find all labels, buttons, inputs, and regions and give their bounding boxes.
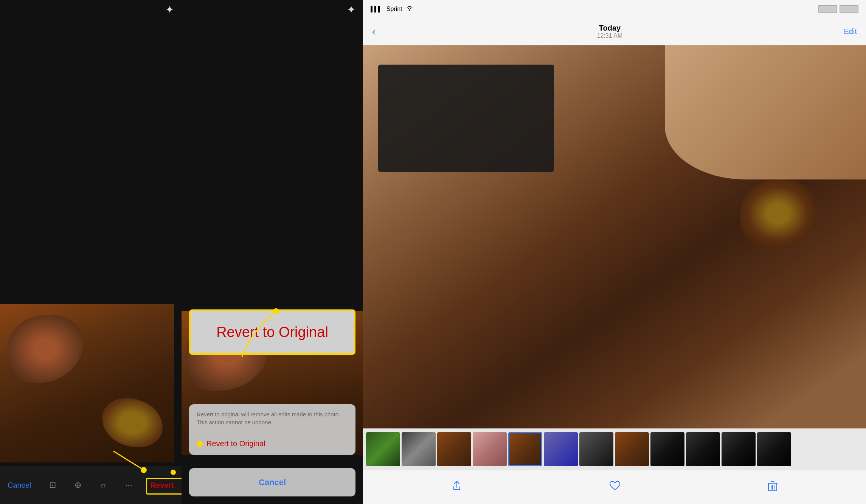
main-photo-image [363, 45, 866, 428]
middle-magic-wand-icon[interactable]: ✦ [347, 3, 355, 16]
couch-back-right [665, 45, 866, 179]
signal-icon: ▌▌▌ [371, 6, 382, 12]
magic-wand-icon[interactable]: ✦ [165, 3, 174, 16]
more-icon[interactable]: ··· [125, 480, 132, 490]
annotation-dot-left [171, 470, 176, 475]
nav-bar: ‹ Today 12:31 AM Edit [363, 18, 866, 45]
action-sheet-revert-label: Revert to Original [206, 439, 265, 448]
thumbnail-strip [363, 428, 866, 470]
adjustments-icon[interactable]: ⊕ [74, 480, 81, 490]
brightness-icon[interactable]: ☼ [99, 480, 107, 490]
action-sheet-revert-row[interactable]: Revert to Original [189, 433, 355, 455]
action-sheet-message: Revert to original will remove all edits… [189, 404, 355, 433]
battery-icon-2 [840, 5, 858, 13]
left-top-bar: ✦ [0, 0, 182, 19]
heart-icon [609, 481, 621, 494]
nav-subtitle: 12:31 AM [597, 32, 623, 39]
annotation-dot-mid [197, 441, 203, 447]
carrier-label: Sprint [386, 6, 402, 12]
thumbnail-3[interactable] [437, 432, 471, 466]
thumbnail-1[interactable] [366, 432, 400, 466]
crop-icon[interactable]: ⊡ [49, 480, 56, 490]
trash-icon [768, 480, 778, 494]
action-sheet-cancel-button[interactable]: Cancel [189, 468, 355, 496]
revert-original-main-button[interactable]: Revert to Original [189, 309, 355, 355]
thumbnail-2[interactable] [402, 432, 436, 466]
revert-label: Revert [151, 481, 174, 489]
svg-point-3 [409, 9, 410, 11]
nav-title: Today [599, 24, 621, 32]
middle-top-bar: ✦ [182, 0, 363, 19]
thumbnail-7[interactable] [579, 432, 613, 466]
revert-original-main-label: Revert to Original [216, 324, 328, 340]
main-photo-area[interactable] [363, 45, 866, 428]
middle-panel: ✦ Revert to Original Revert to original … [182, 0, 363, 504]
revert-button[interactable]: Revert [151, 481, 174, 490]
delete-button[interactable] [768, 480, 778, 494]
battery-area [818, 5, 858, 13]
dog-element [740, 179, 816, 247]
back-button[interactable]: ‹ [372, 26, 376, 38]
revert-button-container: Revert [151, 481, 174, 490]
thumbnail-5[interactable] [508, 432, 542, 466]
status-bar: ▌▌▌ Sprint [363, 0, 866, 18]
thumbnail-9[interactable] [650, 432, 684, 466]
left-dog-photo [0, 304, 174, 462]
share-button[interactable] [452, 481, 462, 494]
thumbnail-10[interactable] [686, 432, 720, 466]
keyboard-element [378, 65, 554, 172]
nav-title-area: Today 12:31 AM [376, 24, 844, 39]
thumbnail-6[interactable] [544, 432, 578, 466]
edit-button[interactable]: Edit [844, 27, 857, 36]
action-sheet: Revert to original will remove all edits… [189, 404, 355, 455]
thumbnail-4[interactable] [473, 432, 507, 466]
left-panel: ✦ Cancel ⊡ ⊕ ☼ ··· Revert [0, 0, 182, 504]
thumbnail-11[interactable] [722, 432, 756, 466]
wifi-icon [405, 5, 414, 13]
action-sheet-cancel-label: Cancel [259, 478, 286, 487]
cancel-button[interactable]: Cancel [8, 481, 31, 490]
battery-icon-1 [818, 5, 837, 13]
right-panel: ▌▌▌ Sprint ‹ Today 12:31 AM Edit [363, 0, 866, 504]
favorite-button[interactable] [609, 481, 621, 494]
thumbnail-8[interactable] [615, 432, 649, 466]
share-icon [452, 481, 462, 494]
bottom-bar [363, 470, 866, 504]
left-bottom-toolbar: Cancel ⊡ ⊕ ☼ ··· Revert [0, 466, 182, 504]
thumbnail-12[interactable] [757, 432, 791, 466]
